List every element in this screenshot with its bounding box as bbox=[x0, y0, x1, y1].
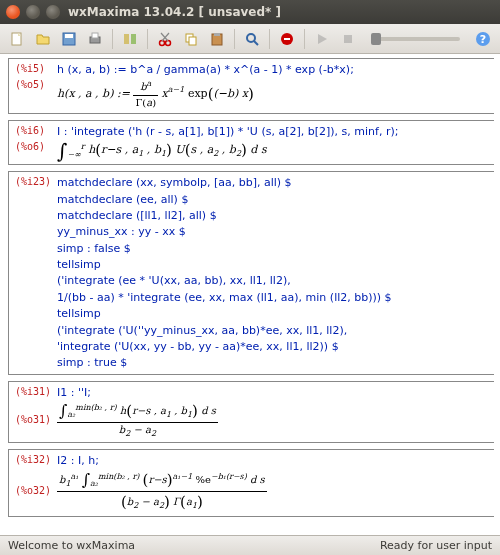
svg-point-13 bbox=[247, 34, 255, 42]
svg-rect-2 bbox=[65, 34, 73, 38]
input-label: (%i5) bbox=[15, 62, 57, 76]
svg-rect-12 bbox=[214, 33, 220, 36]
output-label: (%o5) bbox=[15, 78, 57, 92]
svg-rect-5 bbox=[124, 34, 129, 44]
svg-text:?: ? bbox=[480, 33, 486, 46]
input-code[interactable]: yy_minus_xx : yy - xx $ bbox=[57, 224, 186, 239]
input-label: (%i23) bbox=[15, 175, 57, 189]
animation-slider[interactable] bbox=[371, 37, 460, 41]
output-math: b1a₁ ∫a₂min(b₂ , r) (r−s)a₁−1 %e−b₁(r−s)… bbox=[57, 470, 267, 513]
input-code[interactable]: 'integrate ('U(xx, yy - bb, yy - aa)*ee,… bbox=[57, 339, 339, 354]
input-code[interactable]: I1 : ''I; bbox=[57, 385, 91, 400]
input-code[interactable]: simp : true $ bbox=[57, 355, 127, 370]
close-icon[interactable] bbox=[6, 5, 20, 19]
cut-icon[interactable] bbox=[154, 28, 176, 50]
worksheet[interactable]: (%i5)h (x, a, b) := b^a / gamma(a) * x^(… bbox=[0, 54, 500, 535]
status-right: Ready for user input bbox=[380, 539, 492, 552]
window-title: wxMaxima 13.04.2 [ unsaved* ] bbox=[68, 5, 281, 19]
svg-rect-10 bbox=[189, 37, 196, 45]
input-code[interactable]: h (x, a, b) := b^a / gamma(a) * x^(a - 1… bbox=[57, 62, 354, 77]
input-label: (%i32) bbox=[15, 453, 57, 467]
new-file-icon[interactable] bbox=[6, 28, 28, 50]
maximize-icon[interactable] bbox=[46, 5, 60, 19]
toolbar: ? bbox=[0, 24, 500, 54]
run-icon[interactable] bbox=[311, 28, 333, 50]
svg-rect-4 bbox=[92, 33, 98, 38]
input-code[interactable]: tellsimp bbox=[57, 306, 101, 321]
paste-icon[interactable] bbox=[206, 28, 228, 50]
settings-icon[interactable] bbox=[119, 28, 141, 50]
interrupt-icon[interactable] bbox=[276, 28, 298, 50]
output-label: (%o6) bbox=[15, 140, 57, 154]
help-icon[interactable]: ? bbox=[472, 28, 494, 50]
input-code[interactable]: matchdeclare (ee, all) $ bbox=[57, 192, 188, 207]
svg-rect-15 bbox=[284, 38, 290, 40]
statusbar: Welcome to wxMaxima Ready for user input bbox=[0, 535, 500, 555]
svg-point-7 bbox=[160, 40, 165, 45]
input-code[interactable]: ('integrate ('U(''yy_minus_xx, aa, bb)*e… bbox=[57, 323, 347, 338]
svg-rect-16 bbox=[344, 35, 352, 43]
input-code[interactable]: ('integrate (ee * 'U(xx, aa, bb), xx, ll… bbox=[57, 273, 291, 288]
save-file-icon[interactable] bbox=[58, 28, 80, 50]
output-math: h(x , a , b) := baΓ(a) xa−1 exp((−b) x) bbox=[57, 78, 254, 109]
status-left: Welcome to wxMaxima bbox=[8, 539, 135, 552]
input-code[interactable]: tellsimp bbox=[57, 257, 101, 272]
open-file-icon[interactable] bbox=[32, 28, 54, 50]
input-code[interactable]: I2 : I, h; bbox=[57, 453, 99, 468]
find-icon[interactable] bbox=[241, 28, 263, 50]
output-math: ∫a₂min(b₂ , r) h(r−s , a1 , b1) d s b2 −… bbox=[57, 401, 218, 439]
input-label: (%i31) bbox=[15, 385, 57, 399]
output-label: (%o32) bbox=[15, 484, 57, 498]
output-label: (%o31) bbox=[15, 413, 57, 427]
minimize-icon[interactable] bbox=[26, 5, 40, 19]
input-code[interactable]: I : 'integrate ('h (r - s, a[1], b[1]) *… bbox=[57, 124, 398, 139]
input-code[interactable]: matchdeclare ([ll1, ll2], all) $ bbox=[57, 208, 217, 223]
copy-icon[interactable] bbox=[180, 28, 202, 50]
svg-point-8 bbox=[166, 40, 171, 45]
print-icon[interactable] bbox=[84, 28, 106, 50]
input-label: (%i6) bbox=[15, 124, 57, 138]
stop-icon[interactable] bbox=[337, 28, 359, 50]
svg-rect-6 bbox=[131, 34, 136, 44]
titlebar: wxMaxima 13.04.2 [ unsaved* ] bbox=[0, 0, 500, 24]
input-code[interactable]: 1/(bb - aa) * 'integrate (ee, xx, max (l… bbox=[57, 290, 392, 305]
input-code[interactable]: matchdeclare (xx, symbolp, [aa, bb], all… bbox=[57, 175, 292, 190]
window-controls bbox=[6, 5, 60, 19]
input-code[interactable]: simp : false $ bbox=[57, 241, 131, 256]
output-math: ∫−∞r h(r−s , a1 , b1) U(s , a2 , b2) d s bbox=[57, 140, 267, 161]
